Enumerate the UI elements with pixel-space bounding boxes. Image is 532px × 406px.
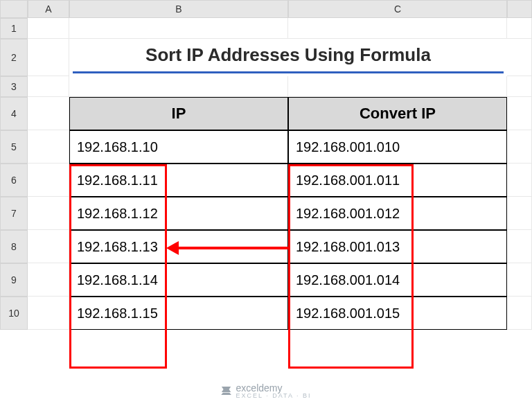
watermark-sub: EXCEL · DATA · BI xyxy=(236,392,312,399)
table-row[interactable]: 192.168.001.014 xyxy=(288,263,507,297)
spreadsheet-grid: A B C 1 2 Sort IP Addresses Using Formul… xyxy=(0,0,532,330)
cell-a2[interactable] xyxy=(28,39,69,76)
page-title: Sort IP Addresses Using Formula xyxy=(73,39,504,73)
col-header-c[interactable]: C xyxy=(288,0,507,18)
col-header-extra[interactable] xyxy=(507,0,532,18)
cell-d1[interactable] xyxy=(507,18,532,39)
cell-a9[interactable] xyxy=(28,263,69,297)
logo-icon xyxy=(221,385,232,396)
cell-a7[interactable] xyxy=(28,197,69,230)
cell-a5[interactable] xyxy=(28,130,69,164)
table-row[interactable]: 192.168.001.010 xyxy=(288,130,507,164)
row-header-6[interactable]: 6 xyxy=(0,164,28,197)
cell-a3[interactable] xyxy=(28,76,69,97)
table-row[interactable]: 192.168.1.11 xyxy=(69,164,288,197)
row-header-5[interactable]: 5 xyxy=(0,130,28,164)
row-header-8[interactable]: 8 xyxy=(0,230,28,263)
cell-c3[interactable] xyxy=(288,76,507,97)
table-header-ip[interactable]: IP xyxy=(69,97,288,130)
row-header-9[interactable]: 9 xyxy=(0,263,28,297)
cell-d4[interactable] xyxy=(507,97,532,130)
cell-d10[interactable] xyxy=(507,297,532,330)
table-row[interactable]: 192.168.1.10 xyxy=(69,130,288,164)
table-row[interactable]: 192.168.001.011 xyxy=(288,164,507,197)
table-row[interactable]: 192.168.1.12 xyxy=(69,197,288,230)
cell-d6[interactable] xyxy=(507,164,532,197)
arrow-left-icon xyxy=(166,241,179,255)
table-row[interactable]: 192.168.001.015 xyxy=(288,297,507,330)
row-header-1[interactable]: 1 xyxy=(0,18,28,39)
cell-a6[interactable] xyxy=(28,164,69,197)
cell-a8[interactable] xyxy=(28,230,69,263)
table-row[interactable]: 192.168.1.15 xyxy=(69,297,288,330)
table-row[interactable]: 192.168.001.013 xyxy=(288,230,507,263)
col-header-a[interactable]: A xyxy=(28,0,69,18)
cell-a1[interactable] xyxy=(28,18,69,39)
cell-a10[interactable] xyxy=(28,297,69,330)
table-row[interactable]: 192.168.1.14 xyxy=(69,263,288,297)
row-header-3[interactable]: 3 xyxy=(0,76,28,97)
cell-c1[interactable] xyxy=(288,18,507,39)
row-header-2[interactable]: 2 xyxy=(0,39,28,76)
cell-b3[interactable] xyxy=(69,76,288,97)
cell-d3[interactable] xyxy=(507,76,532,97)
col-header-b[interactable]: B xyxy=(69,0,288,18)
table-row[interactable]: 192.168.001.012 xyxy=(288,197,507,230)
cell-d8[interactable] xyxy=(507,230,532,263)
cell-d9[interactable] xyxy=(507,263,532,297)
cell-d2[interactable] xyxy=(507,39,532,76)
watermark: exceldemy EXCEL · DATA · BI xyxy=(221,382,312,399)
annotation-arrow xyxy=(179,247,288,249)
row-header-10[interactable]: 10 xyxy=(0,297,28,330)
row-header-4[interactable]: 4 xyxy=(0,97,28,130)
select-all-corner[interactable] xyxy=(0,0,28,18)
cell-a4[interactable] xyxy=(28,97,69,130)
row-header-7[interactable]: 7 xyxy=(0,197,28,230)
cell-d5[interactable] xyxy=(507,130,532,164)
table-header-convert[interactable]: Convert IP xyxy=(288,97,507,130)
cell-d7[interactable] xyxy=(507,197,532,230)
cell-b1[interactable] xyxy=(69,18,288,39)
